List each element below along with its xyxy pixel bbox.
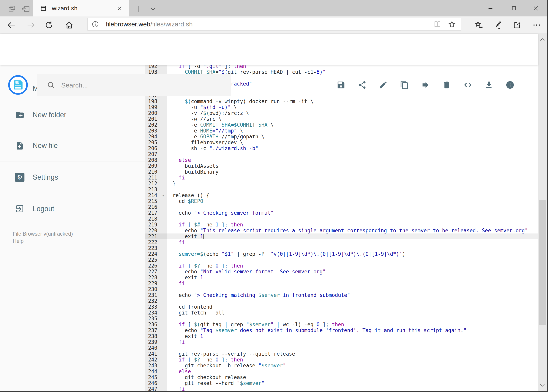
code-line[interactable]: 211 fi [145,175,538,181]
move-button[interactable] [421,80,430,90]
line-number[interactable]: 208 [145,157,167,163]
line-number[interactable]: 230 [145,286,167,292]
code-line[interactable]: 205 filebrowser/dev \ [145,140,538,145]
line-number[interactable]: 204 [145,134,167,140]
line-number[interactable]: 215 [145,198,167,204]
code-line[interactable]: 202 -e COMMIT_SHA=$COMMIT_SHA \ [145,122,538,128]
line-number[interactable]: 237 [145,327,167,333]
code-line[interactable]: 227 echo "Not valid semver format. See s… [145,269,538,275]
code-line[interactable]: 198 $(command -v winpty) docker run --rm… [145,98,538,104]
code-line[interactable]: 244 else [145,369,538,374]
page-scrollbar[interactable] [538,34,547,391]
scroll-up-icon[interactable] [540,37,545,42]
line-number[interactable]: 236 [145,322,167,327]
line-number[interactable]: 210 [145,169,167,175]
line-number[interactable]: 247 [145,386,167,391]
minimize-button[interactable] [482,3,499,14]
code-line[interactable]: 236 if [ $(git tag | grep "$semver" | wc… [145,322,538,327]
close-tab-icon[interactable] [117,6,123,11]
scrollbar-thumb[interactable] [539,200,546,325]
code-line[interactable]: 239 fi [145,339,538,345]
web-note-pen-icon[interactable] [494,21,503,29]
line-number[interactable]: 228 [145,275,167,280]
code-line[interactable]: 217 echo "> Checking semver format" [145,210,538,216]
filebrowser-logo[interactable] [8,75,28,95]
line-number[interactable]: 231 [145,292,167,298]
line-number[interactable]: 205 [145,140,167,145]
line-number[interactable]: 199 [145,104,167,110]
maximize-button[interactable] [505,3,523,14]
line-number[interactable]: 198 [145,98,167,104]
scroll-down-icon[interactable] [540,382,545,388]
line-number[interactable]: 238 [145,333,167,339]
code-line[interactable]: 218 [145,216,538,222]
code-line[interactable]: 228 exit 1 [145,275,538,280]
code-line[interactable]: 220 echo "This release script requires a… [145,228,538,233]
line-number[interactable]: 216 [145,204,167,210]
site-info-icon[interactable] [91,21,99,28]
line-number[interactable]: 232 [145,298,167,304]
url-bar[interactable]: filebrowser.web/files/wizard.sh [87,18,461,30]
reading-view-icon[interactable] [434,20,441,28]
new-tab-icon[interactable] [134,5,142,13]
code-line[interactable]: 230 [145,286,538,292]
line-number[interactable]: 227 [145,269,167,275]
share-button[interactable] [358,80,367,90]
code-line[interactable]: 241 git rev-parse --verify --quiet relea… [145,351,538,357]
favorite-star-icon[interactable] [448,20,456,28]
line-number[interactable]: 192 [145,65,167,69]
tab-chevron-icon[interactable] [149,6,157,13]
line-number[interactable]: 200 [145,110,167,116]
home-icon[interactable] [65,21,74,29]
line-number[interactable]: 202 [145,122,167,128]
code-line[interactable]: 192 if [ -d ".git" ]; then [145,65,538,69]
code-editor[interactable]: 192 if [ -d ".git" ]; then193 COMMIT_SHA… [145,65,538,391]
line-number[interactable]: 226 [145,263,167,269]
back-icon[interactable] [7,21,16,29]
line-number[interactable]: 217 [145,210,167,216]
sidebar-item-new-file[interactable]: New file [0,136,145,155]
line-number[interactable]: 209 [145,163,167,169]
sidebar-item-settings[interactable]: ⚙ Settings [0,168,145,187]
code-line[interactable]: 213 [145,187,538,192]
code-line[interactable]: 233 cd frontend [145,304,538,310]
line-number[interactable]: 214▾ [145,192,167,198]
copy-button[interactable] [400,80,409,90]
line-number[interactable]: 239 [145,339,167,345]
code-line[interactable]: 229 fi [145,280,538,286]
line-number[interactable]: 211 [145,175,167,181]
hub-icon[interactable] [475,21,484,29]
code-line[interactable]: 209 buildAssets [145,163,538,169]
line-number[interactable]: 241 [145,351,167,357]
code-line[interactable]: 235 [145,316,538,322]
save-button[interactable] [337,80,346,90]
code-line[interactable]: 245 git checkout release [145,374,538,380]
code-line[interactable]: 204 -e GOPATH=//tmp/gopath \ [145,134,538,140]
search-input[interactable] [61,81,231,89]
code-line[interactable]: 221 exit 1 [145,233,538,239]
line-number[interactable]: 234 [145,310,167,316]
fold-toggle-icon[interactable]: ▾ [162,193,164,198]
line-number[interactable]: 219 [145,222,167,228]
line-number[interactable]: 223 [145,245,167,251]
code-line[interactable]: 224 semver=$(echo "$1" | grep -P '^v(0|[… [145,251,538,257]
code-line[interactable]: 203 -e HOME="//tmp" \ [145,128,538,134]
line-number[interactable]: 203 [145,128,167,134]
code-line[interactable]: 246 git reset --hard "$semver" [145,380,538,386]
sidebar-item-logout[interactable]: Logout [0,199,145,219]
line-number[interactable]: 224 [145,251,167,257]
forward-icon[interactable] [26,21,35,29]
code-line[interactable]: 208 else [145,157,538,163]
code-line[interactable]: 231 echo "> Checking matching $semver in… [145,292,538,298]
code-line[interactable]: 226 if [ $? -ne 0 ]; then [145,263,538,269]
line-number[interactable]: 235 [145,316,167,322]
refresh-icon[interactable] [44,21,53,29]
code-line[interactable]: 232 [145,298,538,304]
tab-preview-icon[interactable] [8,5,16,13]
help-link[interactable]: Help [13,238,24,244]
code-line[interactable]: 242 if [ $? -ne 0 ]; then [145,357,538,363]
info-button[interactable] [506,80,514,90]
line-number[interactable]: 212 [145,181,167,187]
line-number[interactable]: 245 [145,374,167,380]
line-number[interactable]: 240 [145,345,167,351]
